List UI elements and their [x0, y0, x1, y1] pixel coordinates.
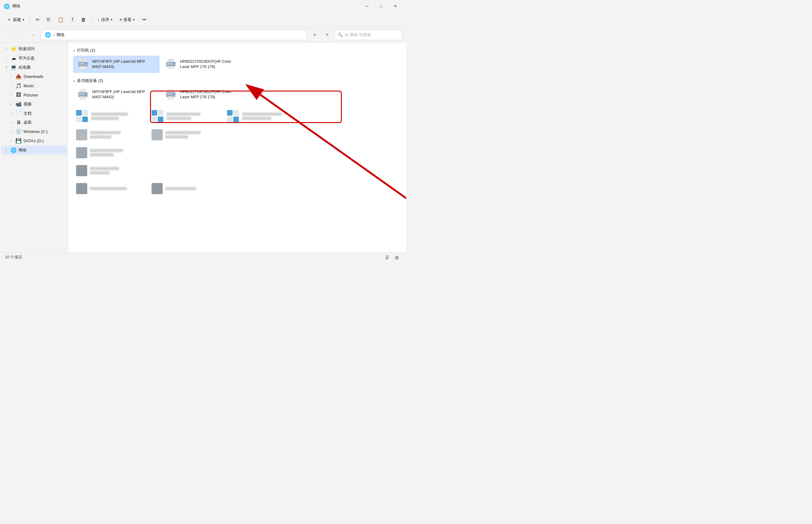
maximize-button[interactable]: □: [374, 1, 388, 11]
blurred-item-5[interactable]: [148, 127, 223, 142]
this-pc-children: › 📥 Downloads › 🎵 Music › 🖼 Pictures › 📹…: [5, 72, 68, 145]
sidebar-item-desktop[interactable]: › 🖥 桌面: [6, 118, 66, 127]
quick-access-icon: ⭐: [11, 46, 17, 52]
pictures-label: Pictures: [23, 93, 38, 97]
printer-2-name: HPB0227A5C8DCF(HP ColorLaser MFP 178 179…: [180, 59, 231, 70]
blurred-item-7-text: [90, 167, 119, 174]
music-icon: 🎵: [15, 83, 22, 89]
toolbar-separator-1: [30, 17, 30, 23]
documents-expand-icon: ›: [9, 112, 14, 115]
documents-label: 文档: [23, 111, 32, 116]
printer-1-name: NPI74F8FF (HP LaserJet MFPM437-M443): [92, 59, 145, 70]
data1-d-label: DATA1 (D:): [23, 138, 44, 143]
blurred-item-1[interactable]: [73, 108, 147, 124]
huawei-cloud-icon: ☁: [11, 55, 17, 61]
more-button[interactable]: •••: [139, 16, 149, 23]
sidebar-item-this-pc[interactable]: ∨ 💻 此电脑: [1, 63, 66, 72]
sidebar-item-network[interactable]: › 🌐 网络: [1, 146, 66, 154]
blurred-item-1-text: [91, 113, 128, 120]
toolbar: ＋ 新建 ▾ ✂ ⎘ 📋 ⤴ 🗑 ↕ 排序 ▾ ≡ 查看 ▾ •••: [0, 12, 406, 27]
sidebar-item-huawei-cloud[interactable]: › ☁ 华为云盘: [1, 53, 66, 63]
close-button[interactable]: ✕: [388, 1, 402, 11]
sidebar-item-documents[interactable]: › 📄 文档: [6, 109, 66, 118]
blurred-item-9[interactable]: [148, 181, 223, 196]
paste-icon: 📋: [58, 17, 64, 22]
blurred-item-4[interactable]: [73, 127, 147, 142]
printer-item-1[interactable]: NPI74F8FF (HP LaserJet MFPM437-M443): [73, 56, 160, 73]
printer-item-2[interactable]: HPB0227A5C8DCF(HP ColorLaser MFP 178 179…: [161, 56, 248, 73]
address-dropdown-button[interactable]: ▾: [309, 30, 320, 40]
more-icon: •••: [142, 17, 146, 22]
desktop-label: 桌面: [23, 120, 32, 125]
pictures-icon: 🖼: [15, 92, 22, 98]
address-box[interactable]: 🌐 › 网络: [41, 30, 307, 40]
toolbar-separator-2: [92, 17, 92, 23]
main-layout: › ⭐ 快速访问 › ☁ 华为云盘 ∨ 💻 此电脑 › 📥 Downloads …: [0, 43, 406, 252]
blurred-item-3[interactable]: [224, 108, 298, 124]
printer-2-icon: [164, 58, 177, 70]
network-label: 网络: [19, 147, 27, 153]
blurred-row-5: [73, 181, 401, 196]
svg-rect-19: [80, 96, 86, 100]
new-button[interactable]: ＋ 新建 ▾: [4, 15, 27, 24]
sidebar-item-music[interactable]: › 🎵 Music: [6, 81, 66, 90]
sidebar-item-videos[interactable]: › 📹 视频: [6, 100, 66, 109]
sidebar-item-downloads[interactable]: › 📥 Downloads: [6, 72, 66, 81]
data1-d-icon: 💾: [15, 138, 22, 144]
multi-item-2[interactable]: HPB0227A5C8DCF(HP ColorLaser MFP 178 179…: [161, 86, 248, 103]
blurred-item-2[interactable]: [148, 108, 223, 124]
data1-d-expand-icon: ›: [9, 139, 14, 143]
new-label: 新建: [13, 17, 21, 22]
blurred-item-7[interactable]: [73, 163, 147, 178]
printer-group-header[interactable]: ∨ 打印机 (2): [73, 48, 401, 53]
quick-access-label: 快速访问: [19, 46, 35, 52]
back-button[interactable]: ‹: [4, 30, 14, 40]
cut-button[interactable]: ✂: [32, 15, 43, 24]
multi-item-1[interactable]: NPI74F8FF (HP LaserJet MFPM437-M443): [73, 86, 160, 103]
new-icon: ＋: [7, 17, 12, 22]
videos-icon: 📹: [15, 101, 22, 107]
svg-rect-6: [80, 66, 86, 69]
status-view-controls: ☰ ⊞: [383, 254, 401, 261]
sidebar-item-data1-d[interactable]: › 💾 DATA1 (D:): [6, 136, 66, 145]
title-bar-controls: — □ ✕: [360, 1, 402, 11]
address-clear-button[interactable]: ✕: [322, 30, 332, 40]
search-placeholder: 在 网络 中搜索: [345, 32, 371, 38]
sidebar-item-windows-c[interactable]: › 💿 Windows (C:): [6, 127, 66, 136]
grid-view-button[interactable]: ⊞: [393, 254, 401, 261]
delete-button[interactable]: 🗑: [78, 15, 89, 24]
paste-button[interactable]: 📋: [54, 15, 67, 24]
sort-chevron-icon: ▾: [111, 18, 112, 21]
blurred-item-4-text: [90, 131, 121, 138]
share-button[interactable]: ⤴: [68, 15, 77, 24]
up-button[interactable]: ↑: [29, 30, 38, 40]
quick-access-expand-icon: ›: [4, 47, 9, 50]
new-chevron-icon: ▾: [22, 18, 24, 21]
network-icon: 🌐: [11, 147, 17, 153]
copy-button[interactable]: ⎘: [44, 15, 53, 24]
list-view-button[interactable]: ☰: [383, 254, 391, 261]
blurred-item-8[interactable]: [73, 181, 147, 196]
svg-rect-25: [168, 96, 174, 100]
forward-button[interactable]: ›: [16, 30, 26, 40]
minimize-button[interactable]: —: [360, 1, 374, 11]
huawei-cloud-label: 华为云盘: [19, 55, 35, 61]
svg-point-7: [85, 63, 86, 64]
status-bar: 10 个项目 ☰ ⊞: [0, 252, 406, 262]
windows-c-expand-icon: ›: [9, 130, 14, 133]
printer-1-icon: [77, 58, 89, 70]
sidebar: › ⭐ 快速访问 › ☁ 华为云盘 ∨ 💻 此电脑 › 📥 Downloads …: [0, 43, 68, 252]
blurred-row-2: [73, 127, 401, 142]
blurred-item-6[interactable]: [73, 145, 147, 160]
printer-group-label: 打印机 (2): [77, 48, 95, 53]
sidebar-item-quick-access[interactable]: › ⭐ 快速访问: [1, 44, 66, 53]
music-expand-icon: ›: [9, 84, 14, 87]
content-area: ∨ 打印机 (2): [68, 43, 406, 252]
documents-icon: 📄: [15, 110, 22, 116]
sidebar-item-pictures[interactable]: › 🖼 Pictures: [6, 91, 66, 99]
address-path-icon: 🌐: [45, 32, 51, 38]
view-button[interactable]: ≡ 查看 ▾: [117, 15, 138, 24]
multi-group-header[interactable]: ∨ 多功能设备 (2): [73, 78, 401, 83]
sort-button[interactable]: ↕ 排序 ▾: [94, 15, 115, 24]
search-box[interactable]: 🔍 在 网络 中搜索: [334, 30, 402, 40]
